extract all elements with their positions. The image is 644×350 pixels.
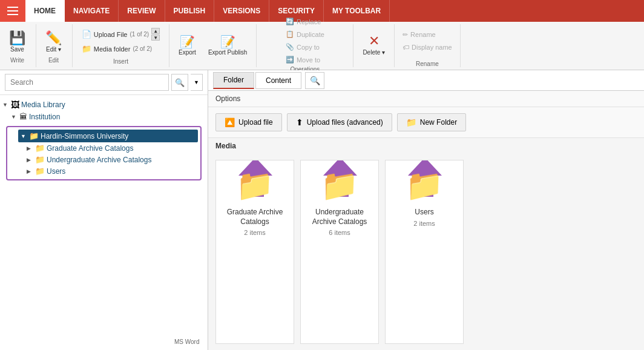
insert-items: 📄 Upload File (1 of 2) ▲ ▼ 📁 Media folde… xyxy=(82,27,160,54)
insert-group-label: Insert xyxy=(113,58,128,65)
expand-icon-undergraduate: ▶ xyxy=(27,157,35,163)
ribbon-group-insert: 📄 Upload File (1 of 2) ▲ ▼ 📁 Media folde… xyxy=(73,24,169,67)
expand-icon-users: ▶ xyxy=(27,168,35,174)
users-icon: 📁 xyxy=(35,167,45,176)
menu-tab-mytoolbar[interactable]: MY TOOLBAR xyxy=(324,0,390,22)
left-panel: 🔍 ▼ ▼ 🖼 Media Library ▼ 🏛 Institution ▼ xyxy=(0,70,208,350)
edit-group-label: Edit xyxy=(48,57,59,64)
tree-item-hardin-simmons[interactable]: ▼ 📁 Hardin-Simmons University xyxy=(18,130,198,142)
search-icon-button[interactable]: 🔍 xyxy=(171,74,188,91)
media-folder-undergraduate-archive[interactable]: 📁 Undergraduate Archive Catalogs 6 items xyxy=(300,160,379,344)
ribbon-group-msword: 📝 Export 📝 Export Publish MS Word xyxy=(169,24,257,67)
menu-tab-home[interactable]: HOME xyxy=(25,0,65,22)
new-folder-button[interactable]: 📁 New Folder xyxy=(397,113,466,131)
ribbon-group-delete: ✕ Delete ▾ xyxy=(353,24,395,67)
ribbon-group-rename: ✏ Rename 🏷 Display name Rename xyxy=(395,24,461,67)
graduate-archive-icon: 📁 xyxy=(35,144,45,153)
folder-icon-undergraduate: 📁 xyxy=(321,168,358,203)
write-group-label: Write xyxy=(10,57,24,64)
upload-file-arrows[interactable]: ▲ ▼ xyxy=(151,28,160,41)
ribbon-group-write: 💾 Save Write xyxy=(0,24,36,67)
rename-group-label: Rename xyxy=(416,61,439,67)
duplicate-icon: 📋 xyxy=(286,30,294,38)
tree-item-media-library[interactable]: ▼ 🖼 Media Library xyxy=(2,99,205,111)
display-name-button[interactable]: 🏷 Display name xyxy=(399,42,455,53)
hamburger-line-1 xyxy=(7,7,18,8)
tab-folder[interactable]: Folder xyxy=(213,72,254,89)
tab-bar: Folder Content 🔍 xyxy=(208,70,644,91)
upload-files-advanced-button[interactable]: ⬆ Upload files (advanced) xyxy=(287,113,392,131)
folder-icon-users: 📁 xyxy=(406,168,443,203)
upload-files-advanced-icon: ⬆ xyxy=(296,117,303,127)
upload-file-row[interactable]: 📄 Upload File (1 of 2) ▲ ▼ xyxy=(82,27,160,42)
folder-icon-graduate: 📁 xyxy=(236,168,274,203)
replace-button[interactable]: 🔄 Replace xyxy=(283,16,327,27)
tree-label-graduate-archive: Graduate Archive Catalogs xyxy=(47,144,133,153)
menu-tab-versions[interactable]: VERSIONS xyxy=(214,0,269,22)
tab-search-button[interactable]: 🔍 xyxy=(305,72,324,89)
expand-icon: ▼ xyxy=(2,102,11,108)
hardin-simmons-icon: 📁 xyxy=(29,131,39,140)
delete-button[interactable]: ✕ Delete ▾ xyxy=(358,31,389,59)
hamburger-button[interactable] xyxy=(0,0,25,22)
menu-tabs: HOME NAVIGATE REVIEW PUBLISH VERSIONS SE… xyxy=(25,0,390,22)
folder-name-graduate: Graduate Archive Catalogs xyxy=(221,208,289,226)
menu-tab-publish[interactable]: PUBLISH xyxy=(165,0,215,22)
media-folder-graduate-archive[interactable]: 📁 Graduate Archive Catalogs 2 items xyxy=(215,160,294,344)
institution-icon: 🏛 xyxy=(19,112,27,121)
ribbon-group-operations: 🔄 Replace 📋 Duplicate 📎 Copy to ➡️ Move … xyxy=(257,24,353,67)
edit-button[interactable]: ✏️ Edit ▾ xyxy=(41,28,66,56)
tree-item-institution[interactable]: ▼ 🏛 Institution xyxy=(11,111,205,122)
media-folder-users[interactable]: 📁 Users 2 items xyxy=(385,160,464,344)
search-input[interactable] xyxy=(5,74,169,91)
tab-content[interactable]: Content xyxy=(255,72,301,89)
content-area: 🔍 ▼ ▼ 🖼 Media Library ▼ 🏛 Institution ▼ xyxy=(0,70,644,350)
upload-file-button[interactable]: 🔼 Upload file xyxy=(215,113,282,131)
rename-button[interactable]: ✏ Rename xyxy=(399,29,455,41)
tree-item-graduate-archive[interactable]: ▶ 📁 Graduate Archive Catalogs xyxy=(27,142,198,154)
ribbon-group-edit: ✏️ Edit ▾ Edit xyxy=(36,24,73,67)
undergraduate-archive-icon: 📁 xyxy=(35,155,45,164)
folder-with-arrow-graduate: 📁 xyxy=(221,168,289,203)
tree: ▼ 🖼 Media Library ▼ 🏛 Institution ▼ 📁 Ha… xyxy=(0,95,208,350)
export-publish-button[interactable]: 📝 Export Publish xyxy=(204,33,251,59)
display-name-icon: 🏷 xyxy=(402,44,409,51)
search-bar: 🔍 ▼ xyxy=(0,70,208,95)
copy-to-button[interactable]: 📎 Copy to xyxy=(283,41,327,53)
tree-item-users[interactable]: ▶ 📁 Users xyxy=(27,165,198,177)
upload-file-arrow-up[interactable]: ▲ xyxy=(151,28,160,34)
export-icon: 📝 xyxy=(180,36,195,48)
move-to-button[interactable]: ➡️ Move to xyxy=(283,54,327,65)
save-icon: 💾 xyxy=(9,31,25,45)
copy-to-icon: 📎 xyxy=(286,43,294,51)
tree-label-hardin-simmons: Hardin-Simmons University xyxy=(41,132,128,140)
hamburger-line-2 xyxy=(7,10,18,12)
folder-with-arrow-users: 📁 xyxy=(390,168,458,203)
ribbon: 💾 Save Write ✏️ Edit ▾ Edit 📄 Upload Fil… xyxy=(0,22,644,70)
search-dropdown-button[interactable]: ▼ xyxy=(191,74,203,91)
expand-icon-institution: ▼ xyxy=(11,114,19,120)
folder-name-undergraduate: Undergraduate Archive Catalogs xyxy=(306,208,373,226)
duplicate-button[interactable]: 📋 Duplicate xyxy=(283,28,327,40)
export-button[interactable]: 📝 Export xyxy=(174,33,200,59)
media-grid: 📁 Graduate Archive Catalogs 2 items 📁 Un… xyxy=(208,154,644,350)
right-panel: Folder Content 🔍 Options 🔼 Upload file ⬆… xyxy=(208,70,644,350)
folder-count-graduate: 2 items xyxy=(244,229,265,236)
new-folder-icon: 📁 xyxy=(406,117,416,127)
menu-tab-review[interactable]: REVIEW xyxy=(119,0,165,22)
operations-items: 🔄 Replace 📋 Duplicate 📎 Copy to ➡️ Move … xyxy=(283,19,327,62)
tree-label-media-library: Media Library xyxy=(21,101,65,109)
media-folder-row[interactable]: 📁 Media folder (2 of 2) xyxy=(82,43,160,54)
save-button[interactable]: 💾 Save xyxy=(5,28,30,56)
tree-label-users: Users xyxy=(47,167,65,176)
tree-label-undergraduate-archive: Undergraduate Archive Catalogs xyxy=(47,156,151,164)
folder-with-arrow-undergraduate: 📁 xyxy=(306,168,373,203)
replace-icon: 🔄 xyxy=(286,18,294,25)
folder-count-undergraduate: 6 items xyxy=(329,229,350,236)
tree-item-undergraduate-archive[interactable]: ▶ 📁 Undergraduate Archive Catalogs xyxy=(27,154,198,165)
export-publish-icon: 📝 xyxy=(220,36,235,48)
menu-tab-navigate[interactable]: NAVIGATE xyxy=(65,0,119,22)
upload-file-arrow-down[interactable]: ▼ xyxy=(151,35,160,41)
media-library-icon: 🖼 xyxy=(11,100,19,110)
expand-icon-hardin-simmons: ▼ xyxy=(21,133,29,139)
